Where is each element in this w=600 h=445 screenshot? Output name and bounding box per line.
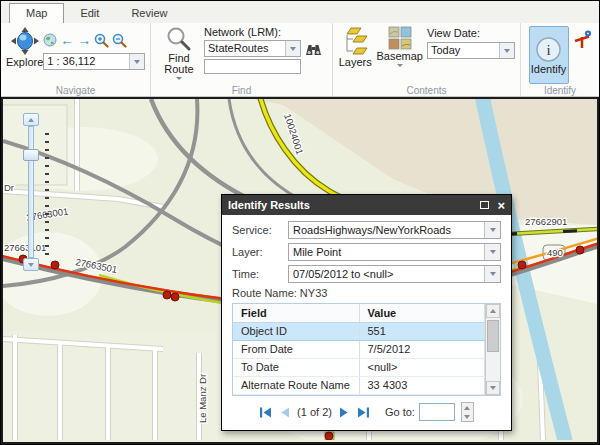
group-navigate: Explore ← →: [1, 23, 151, 96]
scroll-down-button[interactable]: [486, 381, 500, 395]
page-indicator: (1 of 2): [297, 406, 332, 418]
service-dropdown-button[interactable]: [484, 222, 500, 238]
scale-dropdown-button[interactable]: [129, 54, 144, 69]
previous-extent-icon[interactable]: ←: [60, 33, 74, 47]
zoom-out-slider-button[interactable]: [23, 258, 39, 271]
layer-label: Layer:: [232, 246, 288, 258]
chevron-down-icon: [490, 228, 496, 232]
column-header-value[interactable]: Value: [359, 304, 485, 322]
time-label: Time:: [232, 268, 288, 280]
goto-spinner[interactable]: [461, 402, 474, 422]
map-zoom-slider[interactable]: [23, 113, 53, 271]
identify-icon: i: [535, 36, 562, 63]
table-row[interactable]: From Date 7/5/2012: [233, 340, 485, 358]
basemap-icon: [388, 26, 412, 50]
first-page-button[interactable]: [259, 407, 272, 418]
cell-value[interactable]: <null>: [359, 358, 485, 376]
table-scrollbar[interactable]: [485, 304, 500, 395]
scrollbar-thumb[interactable]: [487, 320, 499, 352]
time-combobox[interactable]: 07/05/2012 to <null>: [288, 265, 501, 283]
cell-value[interactable]: 7/5/2012: [359, 340, 485, 358]
attributes-table: Field Value Object ID 551 From Date 7/5/…: [232, 303, 501, 396]
cell-value[interactable]: 33 4303: [359, 376, 485, 394]
identify-results-dialog: Identify Results × Service: RoadsHighway…: [221, 194, 512, 431]
view-date-value: Today: [428, 43, 499, 58]
route-name-text: Route Name: NY33: [232, 287, 501, 299]
explore-label: Explore: [6, 57, 43, 68]
network-dropdown-button[interactable]: [285, 41, 300, 56]
network-combobox[interactable]: StateRoutes: [204, 40, 301, 57]
cell-value[interactable]: 551: [359, 322, 485, 340]
ribbon-toolbar: Explore ← →: [1, 23, 599, 97]
basemap-button[interactable]: Basemap: [377, 26, 423, 83]
next-page-button[interactable]: [339, 407, 350, 418]
zoom-slider-handle[interactable]: [23, 149, 39, 161]
table-row[interactable]: Alternate Route Name 33 4303: [233, 376, 485, 394]
scale-combobox[interactable]: 1 : 36,112: [43, 53, 145, 70]
scroll-up-button[interactable]: [486, 304, 500, 318]
app-window: Map Edit Review Explore: [0, 0, 600, 445]
zoom-out-icon[interactable]: [112, 33, 127, 48]
tab-review[interactable]: Review: [115, 4, 183, 23]
layers-button[interactable]: Layers: [338, 26, 373, 83]
chevron-down-icon: [490, 386, 496, 390]
binoculars-icon[interactable]: [305, 42, 322, 56]
explore-button[interactable]: Explore: [6, 26, 43, 83]
navigate-group-label: Navigate: [1, 85, 150, 96]
explore-icon: [10, 26, 40, 56]
map-label-route4: 27662901: [525, 216, 567, 227]
next-extent-icon[interactable]: →: [77, 33, 91, 47]
tab-map[interactable]: Map: [9, 3, 64, 23]
full-extent-globe-icon[interactable]: [43, 33, 57, 47]
table-row[interactable]: Object ID 551: [233, 322, 485, 340]
zoom-slider-track[interactable]: [28, 126, 34, 258]
maximize-icon[interactable]: [480, 201, 489, 209]
zoom-in-icon[interactable]: [94, 33, 109, 48]
cell-field[interactable]: Alternate Route Name: [233, 376, 359, 394]
service-value: RoadsHighways/NewYorkRoads: [289, 222, 484, 238]
network-lrm-label: Network (LRM):: [204, 26, 322, 39]
goto-page-input[interactable]: [419, 403, 455, 421]
ribbon-tab-bar: Map Edit Review: [1, 1, 599, 23]
view-date-combobox[interactable]: Today: [427, 42, 515, 59]
route-value-input[interactable]: [204, 59, 301, 74]
previous-page-button[interactable]: [279, 407, 290, 418]
close-icon[interactable]: ×: [497, 199, 505, 212]
last-page-button[interactable]: [357, 407, 370, 418]
view-date-dropdown-button[interactable]: [499, 43, 514, 58]
layers-icon: [342, 26, 368, 56]
cell-field[interactable]: From Date: [233, 340, 359, 358]
service-combobox[interactable]: RoadsHighways/NewYorkRoads: [288, 221, 501, 239]
chevron-down-icon: [28, 263, 34, 267]
chevron-down-icon: [464, 415, 470, 419]
layer-dropdown-button[interactable]: [484, 244, 500, 260]
chevron-down-icon: [397, 64, 403, 67]
cell-field[interactable]: To Date: [233, 358, 359, 376]
time-dropdown-button[interactable]: [484, 266, 500, 282]
column-header-field[interactable]: Field: [233, 304, 359, 322]
basemap-label: Basemap: [377, 51, 423, 62]
chevron-down-icon: [504, 49, 510, 53]
zoom-in-slider-button[interactable]: [23, 113, 39, 126]
map-viewport[interactable]: 27663001 27663101 27663501 27662901 1002…: [1, 97, 599, 444]
identify-button[interactable]: i Identify: [529, 26, 569, 84]
chevron-up-icon: [464, 406, 470, 410]
layer-value: Mile Point: [289, 244, 484, 260]
zoom-slider-ticks: [45, 133, 49, 261]
group-find: Find Route Network (LRM): StateRoutes: [151, 23, 333, 96]
chevron-down-icon: [176, 77, 182, 80]
intersection-info-icon[interactable]: [573, 30, 592, 50]
find-route-icon: [166, 26, 192, 52]
layer-combobox[interactable]: Mile Point: [288, 243, 501, 261]
chevron-down-icon: [490, 272, 496, 276]
tab-edit[interactable]: Edit: [64, 4, 115, 23]
cell-field[interactable]: Object ID: [233, 322, 359, 340]
dialog-title: Identify Results: [228, 199, 480, 211]
find-group-label: Find: [151, 85, 332, 96]
service-label: Service:: [232, 224, 288, 236]
goto-label: Go to:: [385, 406, 415, 418]
dialog-title-bar[interactable]: Identify Results ×: [222, 195, 511, 215]
shield-number: 490: [547, 247, 563, 258]
table-row[interactable]: To Date <null>: [233, 358, 485, 376]
find-route-button[interactable]: Find Route: [156, 26, 202, 83]
